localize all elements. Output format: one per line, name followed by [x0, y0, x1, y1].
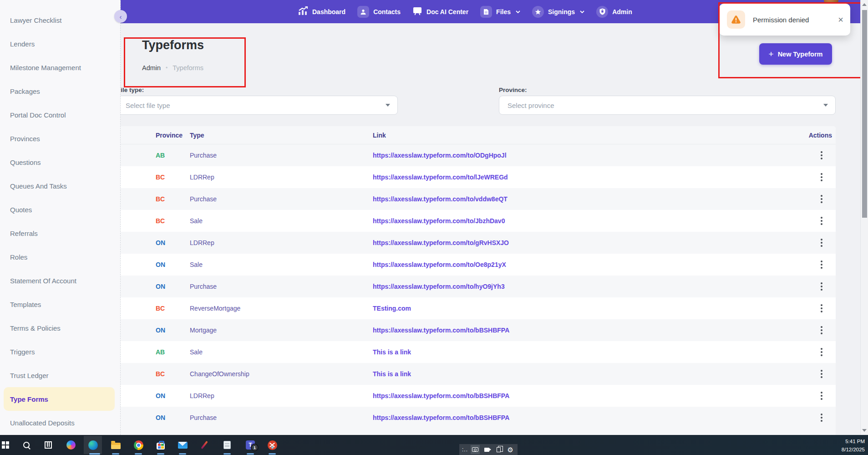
kebab-menu-icon[interactable] [817, 346, 826, 358]
microsoft-store-button[interactable] [153, 438, 168, 452]
new-typeform-button[interactable]: + New Typeform [759, 43, 832, 65]
sidebar-item[interactable]: Questions [0, 150, 120, 174]
province-cell: ON [156, 261, 190, 268]
sidebar-item-label: Packages [10, 87, 40, 95]
sidebar-collapse-button[interactable]: ‹ [114, 10, 127, 23]
sidebar-item[interactable]: Lenders [0, 32, 120, 56]
nav-item-files[interactable]: Files [480, 6, 520, 18]
task-view-icon [45, 441, 52, 449]
file-type-label: File type: [117, 87, 144, 93]
breadcrumb-current: Typeforms [173, 64, 203, 72]
nav-item-admin[interactable]: Admin [596, 6, 632, 18]
copy-pages-tool[interactable] [494, 445, 503, 454]
nav-item-doc-ai-center[interactable]: Doc AI Center [412, 6, 468, 17]
kebab-menu-icon[interactable] [817, 171, 826, 183]
pen-app-button[interactable] [197, 438, 212, 452]
sidebar-item[interactable]: Terms & Policies [0, 316, 120, 340]
toast-title: Permission denied [753, 16, 809, 24]
file-explorer-button[interactable] [108, 438, 123, 452]
nav-item-contacts[interactable]: Contacts [357, 6, 401, 18]
sidebar-item[interactable]: Quotes [0, 198, 120, 221]
copilot-icon [66, 440, 76, 450]
sidebar-item-label: Type Forms [10, 395, 48, 403]
sidebar-item-label: Roles [10, 253, 27, 261]
edge-app-button[interactable] [86, 438, 100, 452]
folder-icon [111, 443, 121, 449]
typeform-link[interactable]: TEsting.com [373, 305, 804, 312]
files-document-icon [480, 6, 492, 18]
sidebar-item[interactable]: Portal Doc Control [0, 103, 120, 127]
kebab-menu-icon[interactable] [817, 302, 826, 314]
sidebar-item[interactable]: Milestone Management [0, 56, 120, 79]
kebab-menu-icon[interactable] [817, 193, 826, 205]
scroll-up-arrow-icon[interactable] [862, 3, 867, 6]
notepad-app-button[interactable] [220, 438, 234, 452]
settings-tool[interactable]: ⚙ [506, 445, 515, 454]
sidebar-item[interactable]: Templates [0, 292, 120, 316]
kebab-menu-icon[interactable] [817, 412, 826, 424]
sidebar-item[interactable]: Roles [0, 245, 120, 269]
sidebar-item[interactable]: Provinces [0, 127, 120, 150]
sidebar-item[interactable]: Lawyer Checklist [0, 8, 120, 32]
copilot-app-button[interactable] [64, 438, 78, 452]
file-type-select[interactable]: Select file type [117, 96, 398, 115]
breadcrumb-admin[interactable]: Admin [142, 64, 161, 72]
sidebar-item[interactable]: Triggers [0, 340, 120, 363]
close-icon[interactable]: × [838, 15, 843, 24]
typeform-link[interactable]: https://axesslaw.typeform.com/to/Oe8p21y… [373, 261, 804, 268]
more-options-icon[interactable]: :.. [462, 449, 468, 451]
typeform-link[interactable]: https://axesslaw.typeform.com/to/gRvHSXJ… [373, 239, 804, 246]
running-indicator [112, 453, 119, 455]
nav-item-signings[interactable]: Signings [532, 6, 584, 18]
taskbar-search-button[interactable] [19, 438, 34, 452]
kebab-menu-icon[interactable] [817, 259, 826, 271]
sidebar-item-label: Referrals [10, 230, 38, 237]
snipping-app-button[interactable] [265, 438, 279, 452]
scissors-icon [268, 440, 277, 450]
nav-item-dashboard[interactable]: Dashboard [298, 6, 345, 17]
type-cell: Purchase [190, 414, 373, 421]
typeform-link[interactable]: https://axesslaw.typeform.com/to/bBSHBFP… [373, 327, 804, 334]
task-view-button[interactable] [41, 438, 56, 452]
sidebar-item[interactable]: Queues And Tasks [0, 174, 120, 198]
typeform-link[interactable]: https://axesslaw.typeform.com/to/lJeWREG… [373, 174, 804, 181]
taskbar-clock[interactable]: 5:41 PM 8/12/2025 [842, 438, 865, 454]
sidebar-item[interactable]: Statement Of Account [0, 269, 120, 292]
typeform-link[interactable]: https://axesslaw.typeform.com/to/bBSHBFP… [373, 414, 804, 421]
kebab-menu-icon[interactable] [817, 281, 826, 292]
sidebar-item[interactable]: Referrals [0, 221, 120, 245]
typeform-link[interactable]: This is a link [373, 348, 804, 356]
typeform-link[interactable]: This is a link [373, 370, 804, 378]
nav-label: Dashboard [312, 8, 345, 15]
province-select[interactable]: Select province [499, 96, 836, 115]
typeform-link[interactable]: https://axesslaw.typeform.com/to/ODgHpoJ… [373, 152, 804, 159]
kebab-menu-icon[interactable] [817, 368, 826, 380]
start-button[interactable] [0, 438, 13, 452]
vertical-scrollbar[interactable] [860, 0, 868, 435]
scroll-down-arrow-icon[interactable] [862, 429, 867, 432]
screenshot-tool[interactable] [471, 445, 480, 454]
actions-cell [804, 302, 836, 314]
sidebar-item[interactable]: Unallocated Deposits [0, 411, 120, 435]
province-cell: ON [156, 392, 190, 399]
mail-app-button[interactable] [175, 438, 190, 452]
province-cell: BC [156, 217, 190, 225]
typeform-link[interactable]: https://axesslaw.typeform.com/to/hyO9jYh… [373, 283, 804, 290]
sidebar-item[interactable]: Trust Ledger [0, 363, 120, 387]
typeform-link[interactable]: https://axesslaw.typeform.com/to/vddw8eQ… [373, 195, 804, 203]
teams-app-button[interactable]: T 1 [243, 438, 258, 452]
typeform-link[interactable]: https://axesslaw.typeform.com/to/bBSHBFP… [373, 392, 804, 399]
kebab-menu-icon[interactable] [817, 390, 826, 402]
chrome-app-button[interactable] [131, 438, 146, 452]
kebab-menu-icon[interactable] [817, 215, 826, 227]
kebab-menu-icon[interactable] [817, 149, 826, 161]
typeform-link[interactable]: https://axesslaw.typeform.com/to/JbzhDav… [373, 217, 804, 225]
kebab-menu-icon[interactable] [817, 237, 826, 249]
permission-denied-toast: Permission denied × [719, 4, 850, 36]
screen-record-tool[interactable] [482, 445, 492, 454]
sidebar-item[interactable]: Type Forms [4, 387, 115, 411]
province-cell: ON [156, 283, 190, 290]
kebab-menu-icon[interactable] [817, 324, 826, 336]
scrollbar-thumb[interactable] [862, 10, 867, 218]
sidebar-item[interactable]: Packages [0, 79, 120, 103]
